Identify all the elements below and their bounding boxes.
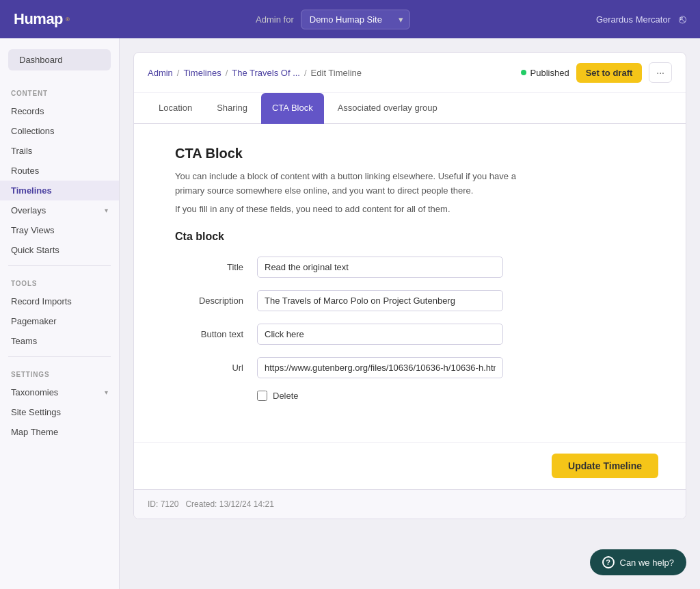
main-layout: Dashboard CONTENT Records Collections Tr… (0, 38, 700, 589)
logo: Humap® (14, 10, 70, 28)
tab-cta-block[interactable]: CTA Block (261, 93, 324, 124)
sidebar-item-site-settings[interactable]: Site Settings (0, 402, 119, 422)
cta-description-1: You can include a block of content with … (175, 170, 517, 198)
header-center: Admin for Demo Humap Site (256, 10, 410, 29)
sidebar-item-trails[interactable]: Trails (0, 141, 119, 161)
admin-for-label: Admin for (256, 14, 294, 25)
form-footer: Update Timeline (134, 442, 686, 489)
logo-text: Humap (14, 10, 63, 28)
sidebar-divider-settings (8, 356, 111, 357)
header-right: Gerardus Mercator ⎋ (596, 12, 686, 27)
settings-section-label: SETTINGS (0, 363, 119, 382)
sidebar-item-tray-views[interactable]: Tray Views (0, 220, 119, 240)
page-footer: ID: 7120 Created: 13/12/24 14:21 (134, 489, 686, 519)
title-row: Title (175, 257, 645, 278)
site-selector[interactable]: Demo Humap Site (301, 10, 410, 29)
help-button[interactable]: ? Can we help? (590, 549, 687, 575)
sidebar-item-map-theme[interactable]: Map Theme (0, 422, 119, 442)
delete-label: Delete (273, 391, 299, 401)
sidebar-item-quick-starts[interactable]: Quick Starts (0, 240, 119, 260)
help-label: Can we help? (620, 558, 675, 568)
sidebar-item-record-imports[interactable]: Record Imports (0, 291, 119, 311)
site-selector-wrap[interactable]: Demo Humap Site (301, 10, 410, 29)
breadcrumb-right: Published Set to draft ··· (521, 62, 672, 83)
sidebar-item-teams[interactable]: Teams (0, 331, 119, 351)
sidebar-item-timelines[interactable]: Timelines (0, 181, 119, 200)
dashboard-button[interactable]: Dashboard (8, 49, 111, 70)
tools-section-label: TOOLS (0, 272, 119, 291)
sidebar-item-collections[interactable]: Collections (0, 121, 119, 141)
url-input[interactable] (257, 357, 503, 378)
description-row: Description (175, 290, 645, 311)
sidebar-item-overlays[interactable]: Overlays ▾ (0, 200, 119, 220)
cta-main-title: CTA Block (175, 146, 645, 161)
created-date: Created: 13/12/24 14:21 (185, 499, 273, 509)
tab-overlay-group[interactable]: Associated overlay group (327, 93, 448, 124)
breadcrumb-current: Edit Timeline (311, 68, 362, 78)
set-draft-button[interactable]: Set to draft (576, 63, 643, 83)
breadcrumb-admin[interactable]: Admin (148, 68, 173, 78)
breadcrumb-timeline-name[interactable]: The Travels Of ... (232, 68, 300, 78)
update-timeline-button[interactable]: Update Timeline (552, 454, 658, 478)
button-text-row: Button text (175, 324, 645, 345)
logout-button[interactable]: ⎋ (679, 12, 686, 27)
sidebar-item-pagemaker[interactable]: Pagemaker (0, 311, 119, 331)
published-dot (521, 70, 526, 75)
main-content: Admin / Timelines / The Travels Of ... /… (120, 38, 700, 589)
chevron-down-icon-taxonomies: ▾ (105, 389, 108, 396)
user-name: Gerardus Mercator (596, 14, 671, 25)
form-area: CTA Block You can include a block of con… (134, 124, 686, 442)
url-label: Url (175, 357, 243, 373)
sidebar-item-records[interactable]: Records (0, 101, 119, 121)
cta-sub-title: Cta block (175, 231, 645, 243)
help-icon: ? (602, 556, 615, 568)
breadcrumb-timelines[interactable]: Timelines (183, 68, 221, 78)
delete-checkbox[interactable] (257, 391, 267, 401)
cta-description-2: If you fill in any of these fields, you … (175, 204, 645, 214)
content-section-label: CONTENT (0, 81, 119, 101)
sidebar-item-routes[interactable]: Routes (0, 161, 119, 181)
more-options-button[interactable]: ··· (649, 62, 672, 83)
footer-meta: ID: 7120 Created: 13/12/24 14:21 (148, 499, 274, 509)
tabs-bar: Location Sharing CTA Block Associated ov… (134, 93, 686, 124)
title-input[interactable] (257, 257, 503, 278)
sidebar-item-taxonomies[interactable]: Taxonomies ▾ (0, 382, 119, 402)
tab-sharing[interactable]: Sharing (206, 93, 258, 124)
header: Humap® Admin for Demo Humap Site Gerardu… (0, 0, 700, 38)
sidebar-dashboard: Dashboard (8, 49, 111, 70)
breadcrumb: Admin / Timelines / The Travels Of ... /… (148, 68, 362, 78)
content-card: Admin / Timelines / The Travels Of ... /… (133, 52, 686, 519)
published-badge: Published (521, 68, 569, 78)
url-row: Url (175, 357, 645, 378)
description-input[interactable] (257, 290, 503, 311)
title-label: Title (175, 257, 243, 272)
record-id: ID: 7120 (148, 499, 178, 509)
breadcrumb-bar: Admin / Timelines / The Travels Of ... /… (134, 53, 686, 93)
logout-icon: ⎋ (679, 12, 686, 27)
published-label: Published (530, 68, 569, 78)
button-text-input[interactable] (257, 324, 503, 345)
delete-row: Delete (257, 391, 645, 401)
sidebar-divider-tools (8, 265, 111, 266)
sidebar: Dashboard CONTENT Records Collections Tr… (0, 38, 120, 589)
description-label: Description (175, 290, 243, 306)
button-text-label: Button text (175, 324, 243, 339)
chevron-down-icon: ▾ (105, 207, 108, 214)
tab-location[interactable]: Location (148, 93, 203, 124)
